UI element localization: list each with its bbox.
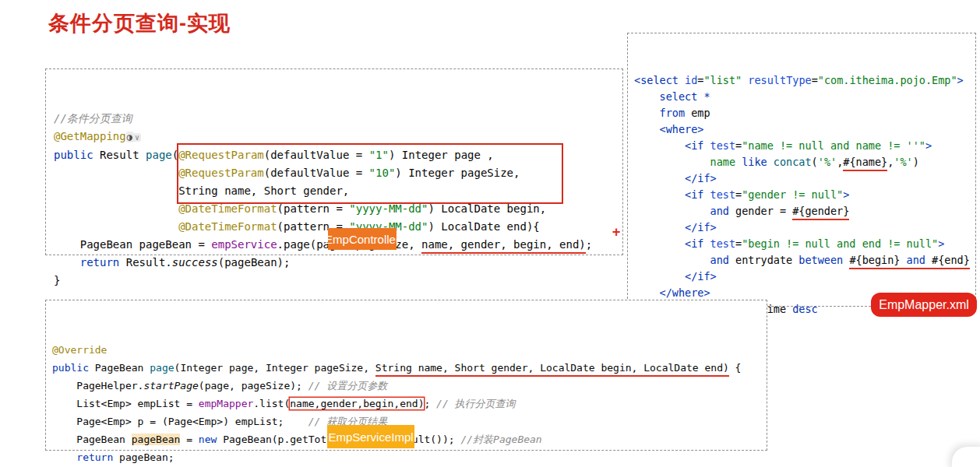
code-token: <if: [685, 188, 710, 201]
code-token: [634, 139, 685, 152]
code-line: and gender = #{gender}: [634, 203, 975, 219]
code-line: </if>: [634, 219, 975, 236]
code-token: ) Integer page ,: [389, 149, 494, 161]
code-token: String name, Short gender, LocalDate beg…: [375, 362, 729, 377]
code-token: [634, 205, 710, 217]
page-title: 条件分页查询-实现: [48, 9, 231, 37]
code-token: ;: [424, 398, 436, 409]
code-line: <if test="name != null and name != ''">: [634, 138, 975, 154]
mapper-code-panel: <select id="list" resultType="com.itheim…: [627, 33, 976, 307]
code-token: <if: [685, 139, 710, 152]
code-token: }: [54, 274, 60, 286]
emp-controller-badge: EmpController: [328, 228, 397, 250]
code-line: return Result.success(pageBean);: [54, 254, 622, 272]
code-token: =: [812, 74, 818, 86]
code-token: ) LocalDate end){: [428, 220, 539, 233]
code-line: return pageBean;: [52, 448, 767, 466]
code-token: String name, Short gender,: [54, 184, 349, 197]
code-token: emp: [691, 107, 710, 119]
code-token: >: [957, 74, 964, 86]
code-token: [634, 188, 685, 201]
service-code-panel: @Overridepublic PageBean page(Integer pa…: [45, 300, 767, 451]
controller-code: //条件分页查询@GetMapping◑∨public Result page(…: [54, 110, 622, 290]
code-token: @RequestParam: [178, 149, 264, 161]
code-token: Result: [100, 149, 146, 161]
code-token: #{end}: [932, 254, 970, 269]
code-token: "com.itheima.pojo.Emp": [818, 74, 957, 86]
code-token: <if: [685, 237, 710, 250]
code-token: new: [199, 434, 223, 445]
code-token: //封装PageBean: [460, 434, 541, 445]
code-token: public: [54, 149, 100, 161]
code-token: return: [76, 451, 119, 463]
code-token: "gender != null": [742, 188, 843, 201]
code-token: </where>: [660, 286, 710, 299]
url-mapping-icon: ◑: [126, 132, 133, 142]
code-token: and: [907, 254, 932, 269]
code-line: </if>: [634, 269, 975, 285]
code-line: @Override: [52, 341, 767, 359]
code-line: @DateTimeFormat(pattern = "yyyy-MM-dd") …: [54, 200, 622, 218]
code-token: page: [146, 149, 172, 161]
code-token: #{gender}: [792, 205, 849, 220]
code-token: between: [798, 254, 849, 266]
code-token: </if>: [685, 172, 717, 184]
code-token: //条件分页查询: [54, 112, 132, 125]
code-token: @RequestParam: [178, 167, 264, 179]
code-token: [634, 123, 660, 135]
code-token: #{begin}: [849, 254, 906, 269]
code-token: [54, 167, 178, 179]
code-line: public Result page(@RequestParam(default…: [54, 146, 622, 164]
code-token: "1": [369, 149, 389, 161]
code-token: '%': [894, 156, 912, 168]
code-token: (pattern =: [277, 202, 350, 215]
code-token: ) LocalDate begin,: [428, 202, 546, 215]
code-token: select: [660, 90, 704, 103]
code-token: <where>: [660, 123, 704, 135]
code-token: (: [812, 156, 818, 168]
code-token: [634, 107, 660, 119]
code-token: [634, 286, 660, 299]
code-line: String name, Short gender,: [54, 182, 622, 200]
code-token: Result.: [126, 256, 172, 269]
code-token: pageBean: [132, 434, 181, 445]
code-token: (pageBean);: [218, 256, 291, 269]
code-token: >: [843, 188, 849, 201]
code-token: ) Integer pageSize,: [395, 167, 520, 179]
code-token: [634, 172, 685, 184]
code-line: <if test="begin != null and end != null"…: [634, 236, 975, 252]
code-line: select *: [634, 89, 975, 105]
code-token: =: [735, 237, 742, 250]
code-token: resultType: [748, 74, 811, 86]
code-token: from: [660, 107, 692, 119]
code-token: PageHelper.: [52, 380, 143, 392]
code-token: [54, 220, 178, 233]
code-token: PageBean: [52, 434, 132, 445]
emp-mapper-badge: EmpMapper.xml: [871, 293, 977, 317]
code-token: "yyyy-MM-dd": [349, 202, 428, 215]
code-token: id: [685, 74, 697, 86]
code-token: return: [80, 256, 126, 269]
code-token: [634, 270, 685, 283]
code-token: success: [172, 256, 218, 269]
code-token: @Override: [52, 344, 107, 356]
plus-icon: +: [612, 224, 620, 240]
code-token: ;: [586, 238, 592, 251]
code-line: //条件分页查询: [54, 110, 622, 128]
controller-code-panel: //条件分页查询@GetMapping◑∨public Result page(…: [45, 68, 623, 255]
code-token: (defaultValue =: [264, 149, 369, 161]
code-token: "list": [703, 74, 742, 86]
code-line: }: [54, 272, 622, 290]
code-token: startPage: [143, 380, 198, 392]
code-token: test: [710, 188, 736, 201]
code-token: </if>: [685, 270, 717, 283]
code-token: ): [913, 156, 919, 168]
code-token: gender =: [735, 205, 792, 217]
code-line: from emp: [634, 105, 975, 121]
code-token: '%': [818, 156, 837, 168]
code-token: =: [735, 188, 742, 201]
code-token: and: [710, 205, 736, 217]
code-line: </if>: [634, 170, 975, 187]
code-token: empMapper: [199, 398, 253, 409]
code-token: [52, 451, 76, 463]
